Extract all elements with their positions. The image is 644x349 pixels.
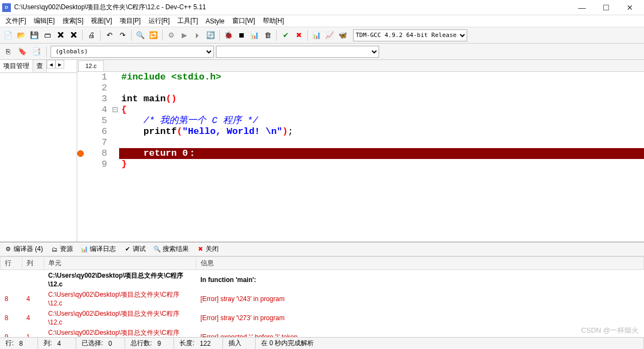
- code-line-4: {: [119, 105, 644, 115]
- goto-icon[interactable]: ⎘: [2, 46, 14, 58]
- menu-view[interactable]: 视图[V]: [88, 15, 115, 27]
- tab-compiler[interactable]: ⚙编译器 (4): [2, 243, 45, 255]
- compile-run-icon[interactable]: ⏵: [191, 29, 203, 41]
- menu-tools[interactable]: 工具[T]: [174, 15, 201, 27]
- window-title: C:\Users\qy002\Desktop\项目总文件夹\C程序\12.c -…: [14, 3, 570, 12]
- col-unit[interactable]: 单元: [44, 257, 196, 270]
- error-marker-icon: [77, 150, 84, 157]
- code-line-5: /* 我的第一个 C 程序 */: [119, 115, 644, 126]
- chart1-icon[interactable]: 📊: [311, 29, 323, 41]
- main-toolbar: 📄 📂 💾 🗃 🗙 🗙 🖨 ↶ ↷ 🔍 🔁 ⚙ ▶ ⏵ 🔄 🐞 ⏹ 📊 🗑 ✔ …: [0, 27, 644, 44]
- open-icon[interactable]: 📂: [15, 29, 27, 41]
- status-len: 122: [200, 340, 210, 347]
- code-line-8-error: return 0：: [119, 148, 644, 159]
- bookmarks-icon[interactable]: 📑: [30, 46, 42, 58]
- chart2-icon[interactable]: 📈: [324, 29, 336, 41]
- secondary-toolbar: ⎘ 🔖 📑 (globals): [0, 44, 644, 60]
- tab-close[interactable]: ✖关闭: [194, 243, 221, 255]
- code-line-6: printf("Hello, World! \n");: [119, 126, 644, 137]
- butterfly-icon[interactable]: 🦋: [337, 29, 349, 41]
- menu-search[interactable]: 搜索[S]: [59, 15, 87, 27]
- bottom-panel: ⚙编译器 (4) 🗂资源 📊编译日志 ✔调试 🔍搜索结果 ✖关闭 行 列 单元 …: [0, 242, 644, 337]
- col-msg[interactable]: 信息: [196, 257, 644, 270]
- col-line[interactable]: 行: [1, 257, 22, 270]
- find-icon[interactable]: 🔍: [134, 29, 146, 41]
- tab-next-icon[interactable]: ►: [55, 60, 64, 69]
- table-row[interactable]: 91C:\Users\qy002\Desktop\项目总文件夹\C程序\12.c…: [1, 327, 644, 337]
- menu-file[interactable]: 文件[F]: [2, 15, 29, 27]
- debug-tab-icon: ✔: [123, 246, 131, 253]
- menu-run[interactable]: 运行[R]: [145, 15, 173, 27]
- redo-icon[interactable]: ↷: [116, 29, 128, 41]
- minimize-button[interactable]: —: [570, 0, 594, 15]
- table-row[interactable]: 84C:\Users\qy002\Desktop\项目总文件夹\C程序\12.c…: [1, 308, 644, 327]
- tab-prev-icon[interactable]: ◄: [47, 60, 55, 69]
- close-all-icon[interactable]: 🗙: [67, 29, 79, 41]
- run-icon[interactable]: ▶: [178, 29, 190, 41]
- code-line-1: #include <stdio.h>: [121, 72, 221, 82]
- code-line-2: [119, 83, 644, 94]
- code-editor[interactable]: 123456789 − #include <stdio.h> int main(…: [77, 72, 644, 242]
- code-line-7: [119, 137, 644, 148]
- profile-icon[interactable]: 📊: [249, 29, 261, 41]
- save-icon[interactable]: 💾: [28, 29, 40, 41]
- stop-icon[interactable]: ⏹: [236, 29, 247, 41]
- fold-column: −: [112, 72, 119, 242]
- undo-icon[interactable]: ↶: [103, 29, 115, 41]
- menu-astyle[interactable]: AStyle: [202, 16, 228, 26]
- statusbar: 行: 8 列: 4 已选择: 0 总行数: 9 长度: 122 插入 在 0 秒…: [0, 337, 644, 349]
- tab-searchresults[interactable]: 🔍搜索结果: [151, 243, 191, 255]
- status-parse: 在 0 秒内完成解析: [256, 338, 644, 349]
- status-col: 4: [57, 340, 61, 347]
- menu-help[interactable]: 帮助[H]: [259, 15, 287, 27]
- code-line-9: }: [119, 159, 644, 170]
- menu-project[interactable]: 项目[P]: [116, 15, 144, 27]
- trash-icon[interactable]: 🗑: [262, 29, 274, 41]
- file-tab-12c[interactable]: 12.c: [78, 60, 104, 71]
- table-row[interactable]: 84C:\Users\qy002\Desktop\项目总文件夹\C程序\12.c…: [1, 289, 644, 308]
- close-button[interactable]: ✕: [618, 0, 642, 15]
- menubar: 文件[F] 编辑[E] 搜索[S] 视图[V] 项目[P] 运行[R] 工具[T…: [0, 15, 644, 27]
- code-line-3: int main(): [119, 94, 644, 105]
- file-tabs: 12.c: [77, 60, 644, 72]
- search-tab-icon: 🔍: [153, 246, 161, 253]
- table-row[interactable]: C:\Users\qy002\Desktop\项目总文件夹\C程序\12.cIn…: [1, 270, 644, 290]
- tab-debug[interactable]: ✔调试: [121, 243, 148, 255]
- tab-project[interactable]: 项目管理: [0, 60, 33, 72]
- app-icon: D: [2, 3, 11, 12]
- maximize-button[interactable]: ☐: [594, 0, 618, 15]
- debug-icon[interactable]: 🐞: [222, 29, 234, 41]
- tab-resources[interactable]: 🗂资源: [48, 243, 75, 255]
- status-insert: 插入: [223, 338, 256, 349]
- new-file-icon[interactable]: 📄: [2, 29, 14, 41]
- bookmark-icon[interactable]: 🔖: [16, 46, 28, 58]
- rebuild-icon[interactable]: 🔄: [205, 29, 216, 41]
- close-file-icon[interactable]: 🗙: [54, 29, 66, 41]
- scope-select[interactable]: [216, 46, 379, 58]
- tab-compilelog[interactable]: 📊编译日志: [78, 243, 118, 255]
- resources-tab-icon: 🗂: [51, 246, 58, 253]
- status-sel: 0: [108, 340, 112, 347]
- line-gutter: 123456789: [87, 72, 112, 242]
- globals-select[interactable]: (globals): [51, 46, 214, 58]
- menu-edit[interactable]: 编辑[E]: [30, 15, 58, 27]
- compile-icon[interactable]: ⚙: [165, 29, 177, 41]
- tab-class[interactable]: 查: [33, 60, 47, 72]
- cross-icon[interactable]: ✖: [293, 29, 305, 41]
- col-col[interactable]: 列: [22, 257, 44, 270]
- menu-window[interactable]: 窗口[W]: [229, 15, 258, 27]
- print-icon[interactable]: 🖨: [85, 29, 97, 41]
- close-tab-icon: ✖: [196, 246, 204, 253]
- compiler-tab-icon: ⚙: [4, 246, 12, 253]
- compiler-select[interactable]: TDM-GCC 4.9.2 64-bit Release: [353, 29, 467, 41]
- check-icon[interactable]: ✔: [280, 29, 292, 41]
- titlebar: D C:\Users\qy002\Desktop\项目总文件夹\C程序\12.c…: [0, 0, 644, 15]
- replace-icon[interactable]: 🔁: [147, 29, 159, 41]
- status-total: 9: [157, 340, 161, 347]
- fold-icon[interactable]: −: [113, 107, 117, 112]
- log-tab-icon: 📊: [81, 246, 88, 253]
- status-line: 8: [19, 340, 23, 347]
- save-all-icon[interactable]: 🗃: [41, 29, 53, 41]
- compiler-output-table[interactable]: 行 列 单元 信息 C:\Users\qy002\Desktop\项目总文件夹\…: [0, 256, 644, 337]
- left-panel: 项目管理 查 ◄ ►: [0, 60, 77, 242]
